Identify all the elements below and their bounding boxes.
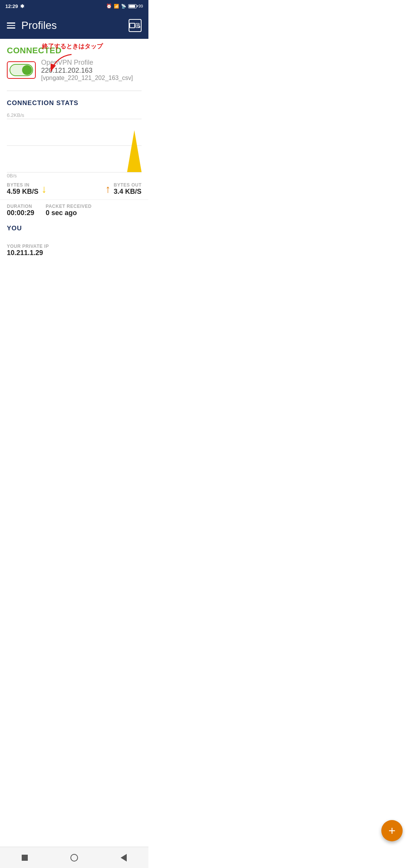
bytes-in-item: BYTES IN 4.59 KB/S ↓ [7,182,47,196]
chart-container: 6.2KB/s 0B/s [7,112,142,177]
wifi-icon: 📡 [121,4,126,9]
time-display: 12:29 [5,3,18,9]
private-ip-label: YOUR PRIVATE IP [7,244,142,249]
bytes-in-arrow-icon: ↓ [41,184,47,195]
status-right: ⏰ 📶 📡 99 [106,3,143,9]
chart-bar [127,130,142,172]
battery-level: 99 [139,4,143,8]
you-section: YOU YOUR PRIVATE IP 10.211.1.29 [0,221,148,261]
chart-grid-top [7,119,142,119]
bytes-in-group: BYTES IN 4.59 KB/S [7,182,38,196]
duration-item: DURATION 00:00:29 [7,204,34,217]
packet-item: PACKET RECEIVED 0 sec ago [46,204,92,217]
bytes-out-value: 3.4 KB/S [114,188,142,196]
toggle-container[interactable] [7,61,36,79]
bytes-out-item: ↑ BYTES OUT 3.4 KB/S [105,182,142,196]
menu-button[interactable] [7,22,15,29]
profile-section: CONNECTED 終了するときはタップ OpenVPN Profile 220… [0,39,148,86]
chart-top-label: 6.2KB/s [7,112,142,118]
info-row: DURATION 00:00:29 PACKET RECEIVED 0 sec … [0,204,148,217]
status-left: 12:29 ✱ [5,3,24,9]
alarm-icon: ⏰ [106,3,112,9]
you-title: YOU [7,225,142,232]
bytes-out-group: BYTES OUT 3.4 KB/S [114,182,142,196]
chart-grid-bot [7,172,142,172]
stats-title: CONNECTION STATS [7,99,142,107]
bytes-in-label: BYTES IN [7,182,38,188]
main-content: CONNECTED 終了するときはタップ OpenVPN Profile 220… [0,39,148,261]
toggle-knob [22,65,32,75]
annotation-text: 終了するときはタップ [42,43,103,51]
duration-value: 00:00:29 [7,209,34,217]
status-bar: 12:29 ✱ ⏰ 📶 📡 99 [0,0,148,12]
stats-section: CONNECTION STATS 6.2KB/s 0B/s BYTES IN 4… [0,96,148,196]
chart-bottom-label: 0B/s [7,173,142,179]
page-title: Profiles [21,19,57,32]
divider-1 [7,91,142,91]
app-header: Profiles [0,12,148,39]
bytes-out-label: BYTES OUT [114,182,142,188]
vpn-toggle[interactable] [10,64,33,76]
chart-grid-mid [7,145,142,146]
bytes-in-value: 4.59 KB/S [7,188,38,196]
private-ip-group: YOUR PRIVATE IP 10.211.1.29 [7,244,142,257]
divider-2 [0,199,148,200]
import-config-button[interactable] [129,19,142,32]
bluetooth-icon: ✱ [20,3,24,9]
duration-label: DURATION [7,204,34,209]
annotation-arrow [45,53,79,75]
private-ip-value: 10.211.1.29 [7,249,142,257]
header-left: Profiles [7,19,57,32]
chart-area [7,119,142,172]
battery-icon [128,4,137,8]
signal-icon: 📶 [114,4,119,9]
profile-csv: [vpngate_220_121_202_163_csv] [41,75,133,81]
packet-label: PACKET RECEIVED [46,204,92,209]
bytes-row: BYTES IN 4.59 KB/S ↓ ↑ BYTES OUT 3.4 KB/… [7,182,142,196]
packet-value: 0 sec ago [46,209,92,217]
bytes-out-arrow-icon: ↑ [105,184,111,195]
